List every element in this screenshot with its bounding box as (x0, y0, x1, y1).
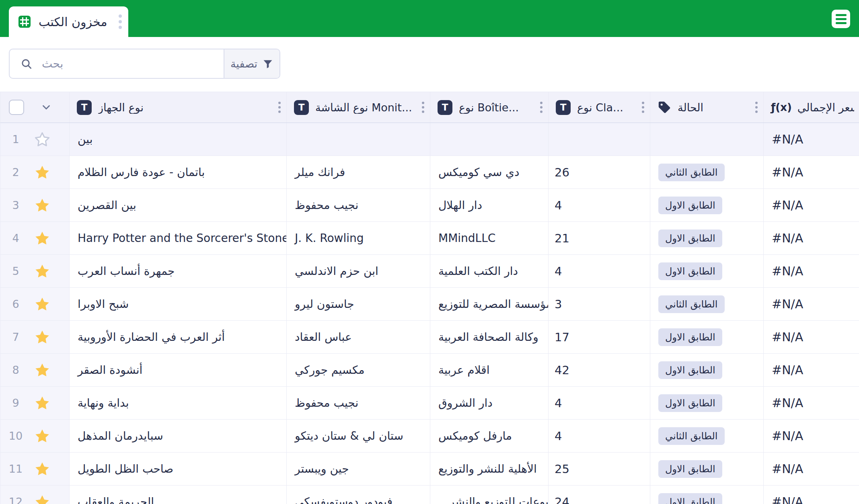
tab-kebab-icon[interactable] (119, 14, 122, 29)
cell-screen-type[interactable]: ستان لي & ستان ديتكو (287, 420, 430, 452)
cell-cla-type[interactable]: 4 (549, 387, 650, 419)
cell-total-price[interactable]: #N/A (764, 156, 859, 188)
cell-case-type[interactable] (430, 123, 549, 156)
cell-total-price[interactable]: #N/A (764, 420, 859, 452)
cell-case-type[interactable]: وكالة الصحافة العربية (430, 321, 549, 353)
search-input[interactable] (10, 49, 224, 78)
cell-status[interactable]: الطابق الاول (650, 486, 764, 504)
cell-screen-type[interactable]: نجيب محفوظ (287, 387, 430, 419)
column-kebab-icon[interactable] (754, 100, 758, 115)
cell-status[interactable]: الطابق الاول (650, 321, 764, 353)
cell-total-price[interactable]: #N/A (764, 321, 859, 353)
cell-cla-type[interactable]: 4 (549, 255, 650, 287)
cell-device-type[interactable]: أثر العرب في الحضارة الأوروبية (70, 321, 287, 353)
column-header-status[interactable]: الحالة (650, 92, 764, 123)
cell-device-type[interactable]: بين (70, 123, 287, 156)
cell-total-price[interactable]: #N/A (764, 222, 859, 254)
column-kebab-icon[interactable] (539, 100, 543, 115)
cell-screen-type[interactable]: J. K. Rowling (287, 222, 430, 254)
table-row[interactable]: 4Harry Potter and the Sorcerer's StoneJ.… (0, 222, 859, 255)
cell-device-type[interactable]: شبح الاوبرا (70, 288, 287, 320)
menu-button[interactable] (832, 10, 850, 28)
column-header-total-price[interactable]: ƒ(x) السعر الإجمالي (764, 92, 859, 123)
cell-device-type[interactable]: جمهرة أنساب العرب (70, 255, 287, 287)
table-row[interactable]: 10سبايدرمان المذهلستان لي & ستان ديتكوما… (0, 420, 859, 453)
cell-cla-type[interactable]: 21 (549, 222, 650, 254)
cell-status[interactable]: الطابق الاول (650, 453, 764, 485)
cell-case-type[interactable]: دار الهلال (430, 189, 549, 221)
table-row[interactable]: 12الجريمة والعقابفيودور دوستويفسكي...طبو… (0, 486, 859, 504)
star-filled-icon[interactable] (33, 230, 51, 247)
cell-device-type[interactable]: أنشودة الصقر (70, 354, 287, 386)
cell-total-price[interactable]: #N/A (764, 486, 859, 504)
column-header-device-type[interactable]: T نوع الجهاز (70, 92, 287, 123)
cell-screen-type[interactable]: فيودور دوستويفسكي (287, 486, 430, 504)
cell-total-price[interactable]: #N/A (764, 354, 859, 386)
table-row[interactable]: 9بداية ونهايةنجيب محفوظدار الشروق4الطابق… (0, 387, 859, 420)
column-header-cla-type[interactable]: T نوع Cla... (549, 92, 650, 123)
table-row[interactable]: 3بين القصريننجيب محفوظدار الهلال4الطابق … (0, 189, 859, 222)
cell-status[interactable]: الطابق الاول (650, 189, 764, 221)
chevron-down-icon[interactable] (40, 101, 52, 113)
cell-cla-type[interactable]: 3 (549, 288, 650, 320)
cell-device-type[interactable]: صاحب الظل الطويل (70, 453, 287, 485)
cell-status[interactable]: الطابق الاول (650, 222, 764, 254)
filter-button[interactable]: تصفية (224, 49, 279, 78)
cell-device-type[interactable]: سبايدرمان المذهل (70, 420, 287, 452)
cell-case-type[interactable]: الأهلية للنشر والتوزيع (430, 453, 549, 485)
star-filled-icon[interactable] (33, 395, 51, 412)
cell-case-type[interactable]: ...طبوعات للتوزيع والنشر (430, 486, 549, 504)
cell-cla-type[interactable]: 17 (549, 321, 650, 353)
star-filled-icon[interactable] (33, 263, 51, 280)
cell-status[interactable]: الطابق الثاني (650, 156, 764, 188)
star-filled-icon[interactable] (33, 329, 51, 346)
cell-status[interactable]: الطابق الثاني (650, 288, 764, 320)
star-filled-icon[interactable] (33, 296, 51, 313)
table-row[interactable]: 1بين#N/A (0, 123, 859, 156)
cell-total-price[interactable]: #N/A (764, 453, 859, 485)
star-filled-icon[interactable] (33, 362, 51, 379)
cell-device-type[interactable]: باتمان - عودة فارس الظلام (70, 156, 287, 188)
star-filled-icon[interactable] (33, 461, 51, 477)
table-tab[interactable]: مخزون الكتب (9, 6, 128, 37)
cell-screen-type[interactable]: نجيب محفوظ (287, 189, 430, 221)
cell-screen-type[interactable]: ابن حزم الاندلسي (287, 255, 430, 287)
column-kebab-icon[interactable] (277, 100, 282, 115)
select-all-checkbox[interactable] (9, 100, 24, 115)
cell-device-type[interactable]: بين القصرين (70, 189, 287, 221)
cell-case-type[interactable]: دي سي كوميكس (430, 156, 549, 188)
cell-status[interactable] (650, 123, 764, 156)
cell-screen-type[interactable]: عباس العقاد (287, 321, 430, 353)
table-row[interactable]: 5جمهرة أنساب العربابن حزم الاندلسيدار ال… (0, 255, 859, 288)
cell-device-type[interactable]: Harry Potter and the Sorcerer's Stone (70, 222, 287, 254)
star-filled-icon[interactable] (33, 197, 51, 214)
cell-case-type[interactable]: دار الشروق (430, 387, 549, 419)
cell-screen-type[interactable]: فرانك ميلر (287, 156, 430, 188)
cell-cla-type[interactable]: 26 (549, 156, 650, 188)
star-filled-icon[interactable] (33, 494, 51, 504)
cell-screen-type[interactable] (287, 123, 430, 156)
cell-status[interactable]: الطابق الاول (650, 354, 764, 386)
cell-cla-type[interactable]: 42 (549, 354, 650, 386)
cell-case-type[interactable]: MMindLLC (430, 222, 549, 254)
cell-total-price[interactable]: #N/A (764, 255, 859, 287)
cell-screen-type[interactable]: مكسيم جوركي (287, 354, 430, 386)
column-header-case-type[interactable]: T نوع Boîtie... (430, 92, 549, 123)
cell-status[interactable]: الطابق الاول (650, 255, 764, 287)
cell-case-type[interactable]: دار الكتب العلمية (430, 255, 549, 287)
cell-cla-type[interactable]: 4 (549, 189, 650, 221)
table-row[interactable]: 6شبح الاوبراجاستون ليروالمؤسسة المصرية ل… (0, 288, 859, 321)
cell-device-type[interactable]: بداية ونهاية (70, 387, 287, 419)
cell-screen-type[interactable]: جين ويبستر (287, 453, 430, 485)
cell-case-type[interactable]: مارفل كوميكس (430, 420, 549, 452)
cell-screen-type[interactable]: جاستون ليرو (287, 288, 430, 320)
cell-status[interactable]: الطابق الثاني (650, 420, 764, 452)
cell-total-price[interactable]: #N/A (764, 387, 859, 419)
cell-total-price[interactable]: #N/A (764, 288, 859, 320)
column-kebab-icon[interactable] (641, 100, 645, 115)
table-row[interactable]: 11صاحب الظل الطويلجين ويبسترالأهلية للنش… (0, 453, 859, 486)
table-row[interactable]: 2باتمان - عودة فارس الظلامفرانك ميلردي س… (0, 156, 859, 189)
table-row[interactable]: 7أثر العرب في الحضارة الأوروبيةعباس العق… (0, 321, 859, 354)
cell-status[interactable]: الطابق الاول (650, 387, 764, 419)
column-kebab-icon[interactable] (421, 100, 425, 115)
